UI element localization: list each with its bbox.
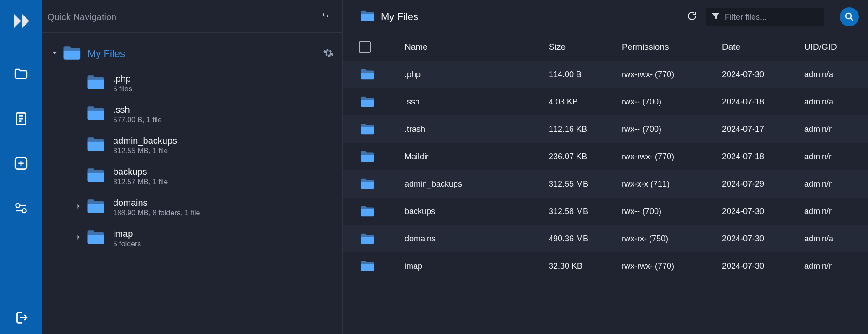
cell-perm: rwx-rx- (750)	[622, 234, 722, 244]
tree-item-sub: 5 files	[113, 85, 132, 93]
cell-uid: admin/r	[804, 152, 859, 162]
cell-date: 2024-07-18	[722, 97, 804, 107]
caret-right-icon[interactable]	[74, 202, 83, 213]
table-row[interactable]: imap32.30 KBrwx-rwx- (770)2024-07-30admi…	[343, 252, 868, 280]
table-row[interactable]: .ssh4.03 KBrwx-- (700)2024-07-18admin/a	[343, 88, 868, 115]
col-date[interactable]: Date	[722, 42, 804, 52]
cell-name: admin_backups	[405, 179, 549, 189]
cell-date: 2024-07-30	[722, 234, 804, 244]
tree-item-name: imap	[113, 229, 141, 239]
cell-date: 2024-07-17	[722, 125, 804, 134]
folder-icon	[359, 176, 405, 192]
gear-icon[interactable]	[323, 47, 334, 60]
cell-name: .trash	[405, 125, 549, 134]
tree-root[interactable]: My Files	[47, 40, 337, 68]
cell-perm: rwx-x-x (711)	[622, 179, 722, 189]
cell-name: domains	[405, 234, 549, 244]
cell-size: 32.30 KB	[549, 261, 622, 271]
tree-item-sub: 188.90 MB, 8 folders, 1 file	[113, 209, 200, 217]
search-button[interactable]	[840, 7, 859, 26]
cell-uid: admin/a	[804, 234, 859, 244]
folder-icon	[85, 134, 105, 156]
nav-document-icon[interactable]	[13, 110, 29, 127]
folder-icon	[359, 121, 405, 137]
cell-name: backups	[405, 207, 549, 216]
breadcrumb-title: My Files	[381, 11, 418, 23]
col-name[interactable]: Name	[405, 42, 549, 52]
cell-uid: admin/r	[804, 261, 859, 271]
cell-perm: rwx-- (700)	[622, 125, 722, 134]
filter-icon[interactable]	[710, 10, 725, 23]
nav-files-icon[interactable]	[13, 66, 29, 82]
table-row[interactable]: .trash112.16 KBrwx-- (700)2024-07-17admi…	[343, 115, 868, 143]
svg-point-2	[16, 204, 20, 208]
nav-settings-icon[interactable]	[13, 200, 29, 216]
nav-add-icon[interactable]	[13, 155, 29, 172]
col-uid[interactable]: UID/GID	[804, 42, 859, 52]
tree-item[interactable]: admin_backups312.55 MB, 1 file	[47, 130, 337, 161]
folder-icon	[85, 196, 105, 218]
tree-item-name: .ssh	[113, 104, 162, 115]
table-row[interactable]: .php114.00 Brwx-rwx- (770)2024-07-30admi…	[343, 61, 868, 88]
tree-item-name: domains	[113, 198, 200, 208]
nav-rail	[0, 0, 42, 334]
filter-input[interactable]	[725, 12, 831, 22]
svg-point-3	[22, 209, 26, 213]
tree-item-sub: 312.57 MB, 1 file	[113, 178, 168, 186]
cell-perm: rwx-rwx- (770)	[622, 261, 722, 271]
table-row[interactable]: Maildir236.07 KBrwx-rwx- (770)2024-07-18…	[343, 143, 868, 170]
tree-root-label: My Files	[88, 48, 125, 60]
cell-size: 112.16 KB	[549, 125, 622, 134]
folder-icon	[359, 67, 405, 82]
cell-name: Maildir	[405, 152, 549, 162]
cell-uid: admin/a	[804, 97, 859, 107]
col-perm[interactable]: Permissions	[622, 42, 722, 52]
select-all-checkbox[interactable]	[359, 41, 371, 53]
enter-icon[interactable]	[319, 12, 334, 23]
quick-nav-input[interactable]	[46, 10, 319, 24]
sidebar: My Files .php5 files.ssh577.00 B, 1 file…	[42, 0, 342, 334]
svg-point-4	[846, 13, 851, 19]
folder-icon	[359, 204, 405, 219]
cell-perm: rwx-rwx- (770)	[622, 70, 722, 79]
tree-item[interactable]: backups312.57 MB, 1 file	[47, 161, 337, 192]
cell-perm: rwx-- (700)	[622, 207, 722, 216]
cell-name: .ssh	[405, 97, 549, 107]
tree-item[interactable]: .ssh577.00 B, 1 file	[47, 99, 337, 130]
tree-item-name: admin_backups	[113, 136, 177, 146]
nav-logout-icon[interactable]	[13, 309, 29, 326]
refresh-icon[interactable]	[685, 9, 699, 25]
file-table: Name Size Permissions Date UID/GID .php1…	[343, 33, 868, 334]
tree-item[interactable]: domains188.90 MB, 8 folders, 1 file	[47, 192, 337, 223]
cell-size: 312.58 MB	[549, 207, 622, 216]
tree-item-sub: 5 folders	[113, 240, 141, 248]
tree-item[interactable]: .php5 files	[47, 68, 337, 99]
tree-item-sub: 577.00 B, 1 file	[113, 116, 162, 124]
folder-icon	[359, 94, 405, 110]
caret-right-icon[interactable]	[74, 233, 83, 244]
folder-icon	[359, 258, 405, 274]
caret-down-icon[interactable]	[50, 48, 58, 59]
tree-item[interactable]: imap5 folders	[47, 223, 337, 254]
table-row[interactable]: domains490.36 MBrwx-rx- (750)2024-07-30a…	[343, 225, 868, 252]
col-size[interactable]: Size	[549, 42, 622, 52]
cell-uid: admin/r	[804, 207, 859, 216]
folder-icon	[359, 231, 405, 246]
tree-item-name: .php	[113, 73, 132, 84]
cell-date: 2024-07-18	[722, 152, 804, 162]
cell-name: .php	[405, 70, 549, 79]
folder-icon	[359, 8, 374, 26]
cell-name: imap	[405, 261, 549, 271]
quick-nav-row	[42, 0, 342, 33]
folder-icon	[85, 165, 105, 187]
main-panel: My Files Name Size Permissions Date UID/…	[342, 0, 868, 334]
folder-icon	[61, 43, 81, 65]
table-row[interactable]: backups312.58 MBrwx-- (700)2024-07-30adm…	[343, 198, 868, 225]
tree: My Files .php5 files.ssh577.00 B, 1 file…	[42, 33, 342, 334]
cell-size: 312.55 MB	[549, 179, 622, 189]
cell-date: 2024-07-30	[722, 70, 804, 79]
app-logo[interactable]	[10, 10, 32, 34]
filter-box	[706, 8, 824, 26]
folder-icon	[85, 103, 105, 125]
table-row[interactable]: admin_backups312.55 MBrwx-x-x (711)2024-…	[343, 170, 868, 198]
